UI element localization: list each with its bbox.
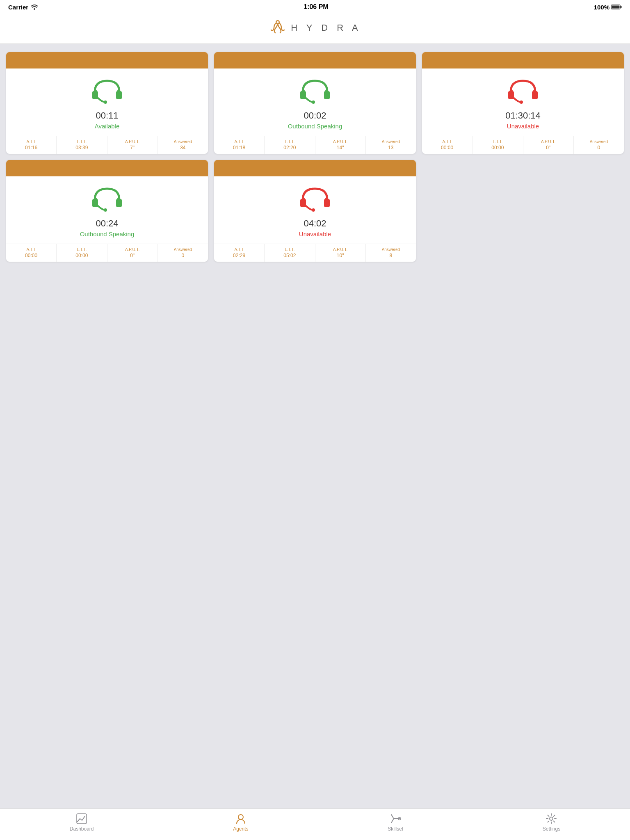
status-right: 100% xyxy=(594,4,622,11)
tab-label-dashboard: Dashboard xyxy=(70,826,94,832)
stat-value: 7" xyxy=(109,145,156,151)
agent-card-body: 04:02 Unavailable xyxy=(214,176,416,244)
agent-stats: A.T.T 00:00 L.T.T. 00:00 A.P.U.T. 0" Ans… xyxy=(6,244,208,262)
stat-label: A.T.T xyxy=(216,247,262,252)
stat-value: 10" xyxy=(317,253,364,258)
tab-label-settings: Settings xyxy=(543,826,560,832)
stat-value: 00:00 xyxy=(8,253,55,258)
stat-cell: A.P.U.T. 7" xyxy=(107,136,158,154)
stat-value: 02:29 xyxy=(216,253,262,258)
app-title: H Y D R A xyxy=(291,23,361,33)
svg-rect-14 xyxy=(303,90,305,93)
svg-rect-30 xyxy=(325,198,327,201)
tab-label-skillset: Skillset xyxy=(388,826,403,832)
stat-cell: L.T.T. 03:39 xyxy=(57,136,107,154)
agent-card-body: 00:11 Available xyxy=(6,68,208,136)
stat-label: Answered xyxy=(575,139,622,144)
headphone-icon xyxy=(299,185,331,213)
stat-cell: L.T.T. 00:00 xyxy=(472,136,523,154)
stat-label: A.T.T xyxy=(8,247,55,252)
agent-time: 00:02 xyxy=(304,110,326,121)
stat-cell: L.T.T. 02:20 xyxy=(265,136,315,154)
stat-value: 13 xyxy=(368,145,414,151)
svg-rect-25 xyxy=(117,198,119,201)
app-header: H Y D R A xyxy=(0,14,630,44)
main-content: 00:11 Available A.T.T 01:16 L.T.T. 03:39… xyxy=(0,44,630,808)
carrier-text: Carrier xyxy=(8,4,28,11)
tab-agents[interactable]: Agents xyxy=(225,813,256,832)
agent-stats: A.T.T 02:29 L.T.T. 05:02 A.P.U.T. 10" An… xyxy=(214,244,416,262)
status-left: Carrier xyxy=(8,4,38,11)
stat-value: 0 xyxy=(160,253,206,258)
svg-point-33 xyxy=(238,815,243,819)
agent-status: Unavailable xyxy=(507,123,539,130)
stat-label: L.T.T. xyxy=(266,247,313,252)
stat-value: 00:00 xyxy=(474,145,521,151)
stat-cell: L.T.T. 00:00 xyxy=(57,244,107,262)
stat-label: L.T.T. xyxy=(266,139,313,144)
stat-cell: A.P.U.T. 14" xyxy=(315,136,366,154)
tab-settings[interactable]: Settings xyxy=(534,813,568,832)
svg-rect-15 xyxy=(325,90,327,93)
agent-stats: A.T.T 01:16 L.T.T. 03:39 A.P.U.T. 7" Ans… xyxy=(6,136,208,154)
stat-label: A.P.U.T. xyxy=(317,247,364,252)
agent-card-header xyxy=(422,52,624,68)
stat-cell: Answered 0 xyxy=(158,244,208,262)
svg-rect-29 xyxy=(303,198,305,201)
agent-time: 04:02 xyxy=(304,218,326,229)
tab-skillset[interactable]: Skillset xyxy=(379,813,411,832)
stat-label: A.P.U.T. xyxy=(525,139,572,144)
agent-card-3: 01:30:14 Unavailable A.T.T 00:00 L.T.T. … xyxy=(422,52,624,154)
agent-status: Unavailable xyxy=(299,231,331,237)
status-time: 1:06 PM xyxy=(304,3,328,11)
agent-status: Available xyxy=(95,123,120,130)
stat-cell: A.P.U.T. 0" xyxy=(523,136,574,154)
svg-rect-32 xyxy=(77,814,87,824)
svg-rect-24 xyxy=(95,198,97,201)
stat-label: L.T.T. xyxy=(58,247,105,252)
agent-stats: A.T.T 01:18 L.T.T. 02:20 A.P.U.T. 14" An… xyxy=(214,136,416,154)
stat-cell: Answered 34 xyxy=(158,136,208,154)
stat-label: A.T.T xyxy=(8,139,55,144)
stat-cell: L.T.T. 05:02 xyxy=(265,244,315,262)
svg-point-26 xyxy=(104,208,107,212)
stat-cell: A.P.U.T. 0" xyxy=(107,244,158,262)
stat-value: 14" xyxy=(317,145,364,151)
svg-rect-20 xyxy=(533,90,535,93)
stat-value: 8 xyxy=(368,253,414,258)
agent-card-body: 01:30:14 Unavailable xyxy=(422,68,624,136)
agent-card-body: 00:02 Outbound Speaking xyxy=(214,68,416,136)
headphone-icon xyxy=(299,77,331,105)
agent-status: Outbound Speaking xyxy=(288,123,342,130)
svg-point-21 xyxy=(520,100,523,104)
headphone-icon xyxy=(507,77,539,105)
svg-rect-9 xyxy=(95,90,97,93)
stat-label: A.P.U.T. xyxy=(109,139,156,144)
svg-point-16 xyxy=(312,100,315,104)
logo-container: H Y D R A xyxy=(269,19,361,37)
agent-card-header xyxy=(6,52,208,68)
stat-cell: A.T.T 00:00 xyxy=(422,136,472,154)
skillset-icon xyxy=(390,813,401,824)
agent-card-header xyxy=(214,160,416,176)
svg-rect-10 xyxy=(117,90,119,93)
tab-dashboard[interactable]: Dashboard xyxy=(62,813,102,832)
agent-time: 00:11 xyxy=(96,110,118,121)
agent-card-2: 00:02 Outbound Speaking A.T.T 01:18 L.T.… xyxy=(214,52,416,154)
stat-cell: A.T.T 01:16 xyxy=(6,136,57,154)
svg-rect-3 xyxy=(612,6,619,9)
stat-label: Answered xyxy=(368,139,414,144)
stat-label: L.T.T. xyxy=(474,139,521,144)
tab-label-agents: Agents xyxy=(233,826,248,832)
battery-icon xyxy=(611,4,622,10)
agent-time: 00:24 xyxy=(96,218,118,229)
stat-cell: A.T.T 00:00 xyxy=(6,244,57,262)
svg-point-35 xyxy=(550,817,553,820)
stat-value: 0" xyxy=(109,253,156,258)
agent-card-header xyxy=(214,52,416,68)
svg-point-11 xyxy=(104,100,107,104)
agent-status: Outbound Speaking xyxy=(80,231,135,237)
svg-point-6 xyxy=(277,21,279,23)
stat-value: 02:20 xyxy=(266,145,313,151)
agent-stats: A.T.T 00:00 L.T.T. 00:00 A.P.U.T. 0" Ans… xyxy=(422,136,624,154)
